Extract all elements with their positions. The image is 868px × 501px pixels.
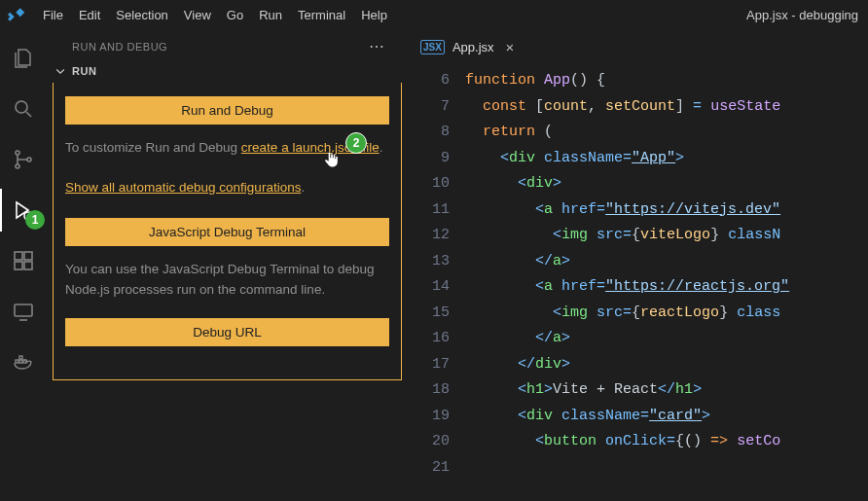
- svg-rect-8: [24, 262, 32, 269]
- extensions-icon[interactable]: [0, 239, 47, 282]
- menu-run[interactable]: Run: [251, 4, 290, 26]
- annotation-badge-2: 2: [345, 132, 367, 154]
- js-terminal-help-text: You can use the JavaScript Debug Termina…: [65, 260, 389, 301]
- panel-header: RUN AND DEBUG ⋯: [47, 29, 408, 63]
- explorer-icon[interactable]: [0, 37, 47, 80]
- menu-go[interactable]: Go: [219, 4, 251, 26]
- tab-bar: JSX App.jsx ×: [409, 29, 868, 64]
- svg-point-1: [16, 151, 19, 155]
- svg-rect-6: [24, 252, 32, 260]
- svg-rect-11: [19, 360, 22, 363]
- tab-app-jsx[interactable]: JSX App.jsx ×: [409, 29, 525, 64]
- svg-point-3: [27, 158, 31, 161]
- svg-rect-7: [15, 262, 22, 269]
- debug-badge: 1: [25, 210, 45, 230]
- menu-file[interactable]: File: [35, 4, 71, 26]
- run-panel-body: Run and Debug To customize Run and Debug…: [53, 83, 402, 380]
- svg-rect-5: [15, 252, 22, 260]
- show-all-configs-link[interactable]: Show all automatic debug configurations: [65, 180, 301, 195]
- menu-selection[interactable]: Selection: [108, 4, 175, 26]
- svg-rect-10: [16, 360, 18, 363]
- svg-point-2: [16, 164, 19, 168]
- editor-area: JSX App.jsx × 67891011121314151617181920…: [409, 29, 868, 501]
- line-gutter: 6789101112131415161718192021: [409, 68, 465, 501]
- run-debug-icon[interactable]: 1: [0, 189, 47, 232]
- svg-rect-13: [19, 356, 22, 359]
- panel-title: RUN AND DEBUG: [72, 41, 365, 53]
- svg-rect-9: [15, 304, 32, 316]
- remote-icon[interactable]: [0, 290, 47, 333]
- close-icon[interactable]: ×: [502, 39, 515, 55]
- customize-help-text: To customize Run and Debug create a laun…: [65, 138, 389, 159]
- search-icon[interactable]: [0, 88, 47, 130]
- js-debug-terminal-button[interactable]: JavaScript Debug Terminal: [65, 218, 389, 246]
- panel-more-icon[interactable]: ⋯: [365, 37, 389, 55]
- run-section-label: RUN: [72, 65, 96, 77]
- tab-label: App.jsx: [452, 40, 494, 54]
- title-bar: FileEditSelectionViewGoRunTerminalHelp A…: [0, 0, 868, 29]
- docker-icon[interactable]: [0, 340, 47, 383]
- source-control-icon[interactable]: [0, 138, 47, 181]
- menu-terminal[interactable]: Terminal: [290, 4, 353, 26]
- code-lines: function App() { const [count, setCount]…: [465, 68, 868, 501]
- run-debug-panel: RUN AND DEBUG ⋯ RUN Run and Debug To cus…: [47, 29, 409, 501]
- run-and-debug-button[interactable]: Run and Debug: [65, 96, 389, 125]
- chevron-down-icon: [54, 65, 66, 77]
- menu-edit[interactable]: Edit: [71, 4, 108, 26]
- menu-view[interactable]: View: [176, 4, 219, 26]
- code-editor[interactable]: 6789101112131415161718192021 function Ap…: [409, 64, 868, 501]
- svg-point-0: [16, 101, 27, 113]
- run-section-header[interactable]: RUN: [47, 63, 408, 79]
- cursor-hand-icon: [322, 150, 342, 169]
- activity-bar: 1: [0, 29, 47, 501]
- menu-help[interactable]: Help: [353, 4, 395, 26]
- menu-bar: FileEditSelectionViewGoRunTerminalHelp: [35, 4, 395, 26]
- jsx-file-icon: JSX: [420, 40, 445, 54]
- logo-icon: [8, 6, 25, 23]
- window-title: App.jsx - debugging: [395, 8, 868, 22]
- debug-url-button[interactable]: Debug URL: [65, 318, 389, 346]
